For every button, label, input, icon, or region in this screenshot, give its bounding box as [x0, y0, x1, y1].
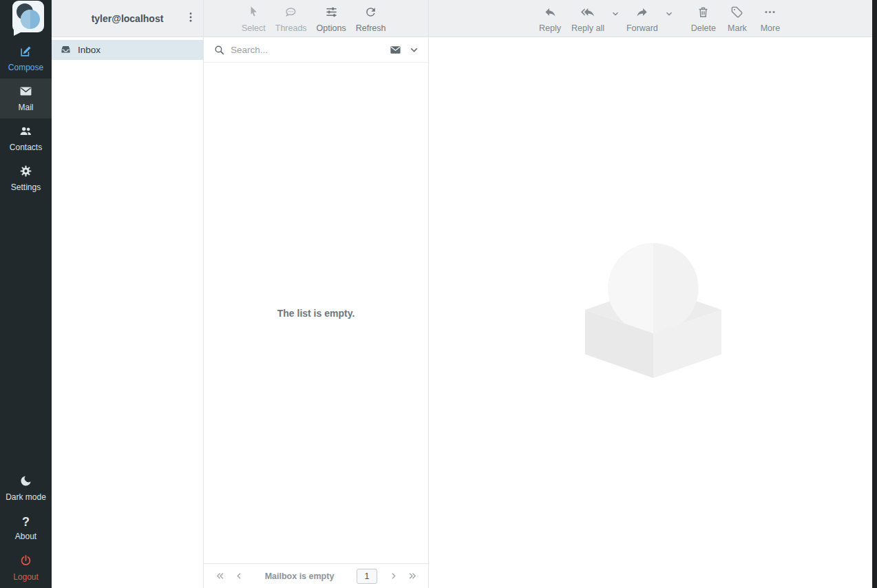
previous-page-button[interactable] [230, 567, 248, 585]
reply-all-button[interactable]: Reply all [567, 0, 609, 36]
mail-icon [19, 85, 32, 100]
reply-icon [544, 6, 557, 21]
forward-dropdown-button[interactable] [663, 9, 675, 19]
button-label: Refresh [356, 23, 386, 33]
reply-all-icon [581, 6, 594, 21]
webmail-app: Compose Mail Contacts [0, 0, 877, 588]
folder-list: Inbox [52, 37, 203, 60]
search-bar [204, 37, 428, 63]
double-chevron-right-icon [408, 571, 418, 581]
compose-icon [19, 45, 32, 60]
kebab-menu-icon [184, 11, 197, 23]
mailbox-status: Mailbox is empty [265, 571, 335, 581]
sidebar-item-label: Logout [13, 572, 39, 582]
account-name: tyler@localhost [92, 13, 164, 24]
ellipsis-icon [763, 6, 776, 21]
forward-icon [635, 6, 648, 21]
sidebar-item-settings[interactable]: Settings [0, 158, 52, 198]
search-scope-button[interactable] [388, 43, 403, 57]
settings-icon [19, 165, 32, 180]
reply-all-dropdown-button[interactable] [609, 9, 622, 19]
threads-button[interactable]: Threads [271, 0, 312, 36]
sidebar-item-mail[interactable]: Mail [0, 78, 52, 118]
chevron-down-icon [408, 44, 420, 56]
search-options-button[interactable] [407, 43, 421, 57]
content-pane: Reply Reply all [429, 0, 877, 588]
sidebar: Compose Mail Contacts [0, 0, 52, 588]
message-toolbar: Reply Reply all [429, 0, 877, 37]
sidebar-item-label: Mail [18, 103, 33, 112]
button-label: Select [242, 23, 266, 33]
watermark-logo [585, 243, 721, 382]
envelope-icon [390, 44, 401, 56]
last-page-button[interactable] [403, 567, 421, 585]
inbox-icon [60, 43, 72, 57]
trash-icon [697, 6, 710, 21]
sidebar-item-logout[interactable]: Logout [0, 548, 52, 588]
search-input[interactable] [231, 45, 384, 55]
sidebar-item-label: Compose [8, 63, 43, 72]
reply-button[interactable]: Reply [533, 0, 567, 36]
chevron-left-icon [234, 571, 244, 581]
button-label: Reply all [571, 23, 604, 33]
chevron-down-icon [611, 9, 620, 19]
sidebar-spacer [0, 198, 52, 468]
options-button[interactable]: Options [312, 0, 351, 36]
sidebar-item-dark-mode[interactable]: Dark mode [0, 468, 52, 508]
button-label: Mark [728, 23, 747, 33]
list-toolbar: Select Threads [204, 0, 428, 37]
chevron-right-icon [388, 571, 399, 581]
first-page-button[interactable] [211, 567, 229, 585]
folder-item-inbox[interactable]: Inbox [52, 40, 203, 60]
power-icon [19, 554, 32, 569]
message-view [429, 37, 877, 588]
roundcube-logo-icon [8, 0, 45, 37]
moon-icon [19, 474, 32, 490]
sidebar-item-about[interactable]: ? About [0, 508, 52, 548]
button-label: Options [317, 23, 346, 33]
sliders-icon [325, 6, 338, 21]
sidebar-item-label: About [15, 532, 36, 541]
sidebar-item-label: Contacts [10, 143, 42, 152]
button-label: Forward [626, 23, 658, 33]
message-list: The list is empty. [204, 63, 428, 563]
button-label: Threads [275, 23, 307, 33]
folders-panel: tyler@localhost Inbox [52, 0, 204, 588]
search-button[interactable] [212, 43, 226, 57]
account-header: tyler@localhost [52, 0, 203, 37]
more-button[interactable]: More [754, 0, 787, 36]
chevron-down-icon [664, 9, 674, 19]
double-chevron-left-icon [215, 571, 225, 581]
refresh-button[interactable]: Refresh [351, 0, 391, 36]
mark-button[interactable]: Mark [721, 0, 754, 36]
button-label: Reply [539, 23, 561, 33]
chat-icon [284, 6, 297, 21]
forward-button[interactable]: Forward [622, 0, 663, 36]
tag-icon [730, 6, 743, 21]
help-icon: ? [22, 516, 30, 529]
search-icon [213, 44, 225, 56]
page-number-input[interactable] [357, 569, 377, 584]
sidebar-item-label: Settings [11, 182, 41, 192]
button-label: More [761, 23, 780, 33]
select-button[interactable]: Select [237, 0, 271, 36]
contacts-icon [19, 125, 32, 140]
scrollbar[interactable] [872, 0, 877, 588]
pagination-bar: Mailbox is empty [204, 563, 428, 588]
button-label: Delete [691, 23, 716, 33]
sidebar-item-contacts[interactable]: Contacts [0, 118, 52, 158]
folder-label: Inbox [78, 45, 101, 55]
sidebar-item-compose[interactable]: Compose [0, 39, 52, 78]
pointer-icon [247, 6, 260, 21]
delete-button[interactable]: Delete [686, 0, 721, 36]
app-logo[interactable] [0, 0, 52, 39]
message-list-panel: Select Threads [204, 0, 429, 588]
refresh-icon [364, 6, 377, 21]
folder-actions-button[interactable] [181, 8, 200, 30]
empty-list-message: The list is empty. [277, 308, 355, 319]
next-page-button[interactable] [384, 567, 402, 585]
sidebar-item-label: Dark mode [6, 492, 46, 502]
